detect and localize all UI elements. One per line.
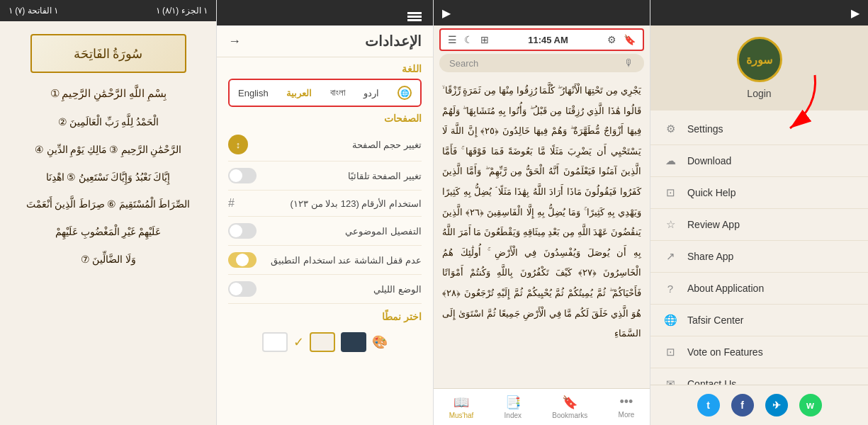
panel4-header: ▶: [650, 0, 868, 26]
ayah-6: الصِّرَاطَ الْمُسْتَقِيمَ ⑥ صِرَاطَ الَّ…: [26, 191, 191, 219]
settings-title: الإعدادات: [365, 33, 422, 50]
tafsir-center-menu-label: Tafsir Center: [687, 314, 743, 326]
panel1-header: ١ الجزء (٨/١) ١ ١ الفاتحة (٧) ١: [0, 0, 216, 21]
footer-tab-mushaf[interactable]: 📖 Mus'haf: [449, 395, 474, 419]
menu-item-tafsir-center[interactable]: 🌐 Tafsir Center: [650, 305, 868, 336]
theme-dark[interactable]: [341, 332, 366, 352]
language-selector[interactable]: 🌐 اردو বাংলা العربية English: [228, 79, 422, 107]
footer-tab-more[interactable]: ••• More: [619, 395, 635, 419]
twitter-icon[interactable]: t: [697, 394, 720, 416]
palette-icon: 🎨: [372, 334, 388, 350]
contact-us-menu-label: Contact Us: [687, 378, 736, 385]
settings-icon[interactable]: ⚙: [607, 34, 616, 45]
theme-warm[interactable]: [310, 332, 335, 352]
menu-item-about-application[interactable]: ? About Application: [650, 273, 868, 305]
night-mode-label: الوضع الليلي: [373, 284, 422, 295]
back-arrow-icon[interactable]: →: [228, 34, 241, 49]
whatsapp-icon[interactable]: w: [799, 394, 822, 416]
index-label: Index: [505, 412, 522, 419]
numbers-row: استخدام الأرقام (123 بدلا من ١٢٣) #: [228, 191, 422, 217]
quick-help-menu-icon: ⊡: [662, 184, 679, 201]
settings-title-row: الإعدادات →: [217, 26, 433, 57]
thematic-label: التفصيل الموضوعي: [345, 226, 422, 237]
settings-menu-icon: ⚙: [662, 120, 679, 137]
menu-items-list: ⚙ Settings ☁ Download ⊡ Quick Help ☆ Rev…: [650, 110, 868, 385]
page-size-label: تغيير حجم الصفحة: [352, 140, 422, 150]
auto-page-toggle[interactable]: [228, 168, 257, 183]
ayah-end1: عَلَيْهِمْ غَيْرِ الْمَغْضُوبِ عَلَيْهِم…: [55, 219, 161, 246]
review-app-menu-icon: ☆: [662, 216, 679, 233]
lang-bangla[interactable]: বাংলা: [330, 87, 346, 98]
toolbar-icons-right: ⚙ 🔖: [607, 34, 636, 45]
download-menu-icon: ☁: [662, 152, 679, 169]
hash-icon: #: [228, 197, 235, 210]
time-display: 11:45 AM: [528, 35, 568, 45]
menu-item-review-app[interactable]: ☆ Review App: [650, 209, 868, 241]
more-icon: •••: [620, 395, 633, 409]
theme-label: اختر نمطًا: [228, 311, 422, 322]
menu-item-download[interactable]: ☁ Download: [650, 145, 868, 177]
language-section: اللغة 🌐 اردو বাংলা العربية English: [217, 57, 433, 110]
search-bar[interactable]: Search 🎙: [439, 54, 644, 72]
bismillah-text: بِسْمِ اللَّهِ الرَّحْمَٰنِ الرَّحِيمِ ①: [50, 84, 167, 103]
lang-arabic[interactable]: العربية: [286, 88, 312, 98]
night-mode-toggle[interactable]: [228, 281, 257, 297]
share-app-menu-label: Share App: [687, 251, 733, 262]
quick-help-menu-label: Quick Help: [687, 187, 735, 198]
telegram-icon[interactable]: ✈: [765, 394, 788, 416]
panel2-header: [217, 0, 433, 26]
moon-icon[interactable]: ☾: [464, 34, 473, 45]
thematic-row: التفصيل الموضوعي: [228, 217, 422, 246]
vote-on-features-menu-icon: ⊡: [662, 344, 679, 361]
search-placeholder: Search: [449, 58, 478, 69]
login-button[interactable]: Login: [747, 88, 771, 99]
panel4-play-icon[interactable]: ▶: [851, 6, 859, 20]
ayah-3-4: الرَّحْمَٰنِ الرَّحِيمِ ③ مَالِكِ يَوْمِ…: [35, 137, 181, 164]
mic-icon[interactable]: 🎙: [624, 57, 634, 69]
menu-item-vote-on-features[interactable]: ⊡ Vote on Features: [650, 336, 868, 368]
theme-white[interactable]: [262, 332, 288, 352]
logo-text: سورة: [746, 53, 772, 67]
play-icon[interactable]: ▶: [442, 6, 451, 20]
check-icon: ✓: [293, 334, 304, 350]
menu-item-settings[interactable]: ⚙ Settings: [650, 113, 868, 145]
menu-item-quick-help[interactable]: ⊡ Quick Help: [650, 177, 868, 209]
surah-title-banner: سُورَةُ الفَاتِحَة: [30, 34, 186, 73]
menu-icon[interactable]: ☰: [448, 34, 457, 45]
bookmark-icon[interactable]: 🔖: [624, 34, 636, 45]
mushaf-label: Mus'haf: [449, 412, 474, 419]
menu-item-share-app[interactable]: ↗ Share App: [650, 241, 868, 273]
mushaf-icon: 📖: [453, 395, 469, 410]
auto-page-label: تغيير الصفحة تلقائيًا: [348, 171, 422, 181]
pages-section: الصفحات تغيير حجم الصفحة ↕ تغيير الصفحة …: [217, 110, 433, 307]
facebook-icon[interactable]: f: [731, 394, 754, 416]
language-section-label: اللغة: [228, 63, 422, 74]
page-size-row: تغيير حجم الصفحة ↕: [228, 128, 422, 162]
juz-info: ١ الجزء (٨/١) ١: [156, 6, 208, 16]
page-size-icon[interactable]: ↕: [228, 135, 248, 154]
book-icon[interactable]: ⊞: [480, 34, 489, 45]
ayah-7: وَلَا الضَّالِّينَ ⑦: [81, 246, 136, 274]
share-app-menu-icon: ↗: [662, 248, 679, 265]
about-application-menu-label: About Application: [687, 283, 764, 294]
menu-panel: ▶ سورة Login ⚙ Settings ☁ Downlo: [650, 0, 868, 425]
review-app-menu-label: Review App: [687, 219, 740, 230]
ayah-2: الْحَمْدُ لِلَّهِ رَبِّ الْعَالَمِينَ ②: [58, 109, 159, 137]
menu-item-contact-us[interactable]: ✉ Contact Us: [650, 368, 868, 385]
auto-page-row: تغيير الصفحة تلقائيًا: [228, 162, 422, 191]
index-icon: 📑: [505, 395, 521, 410]
footer-tab-index[interactable]: 📑 Index: [505, 395, 522, 419]
about-application-menu-icon: ?: [662, 280, 679, 297]
night-mode-row: الوضع الليلي: [228, 275, 422, 304]
lang-urdu[interactable]: اردو: [363, 88, 379, 98]
pages-section-label: الصفحات: [228, 113, 422, 124]
surah-info: ١ الفاتحة (٧) ١: [9, 6, 58, 16]
reader-ayah-text: يَجْرِي مِن تَحْتِهَا الْأَنْهَارُ ۖ كُل…: [442, 81, 641, 344]
footer-tab-bookmarks[interactable]: 🔖 Bookmarks: [552, 395, 587, 419]
vote-on-features-menu-label: Vote on Features: [687, 346, 763, 358]
ayah-5: إِيَّاكَ نَعْبُدُ وَإِيَّاكَ نَسْتَعِينُ…: [46, 164, 171, 192]
lang-english[interactable]: English: [238, 88, 269, 98]
quran-text-panel: ١ الجزء (٨/١) ١ ١ الفاتحة (٧) ١ سُورَةُ …: [0, 0, 217, 425]
screen-lock-toggle[interactable]: [228, 252, 257, 268]
thematic-toggle[interactable]: [228, 223, 257, 239]
